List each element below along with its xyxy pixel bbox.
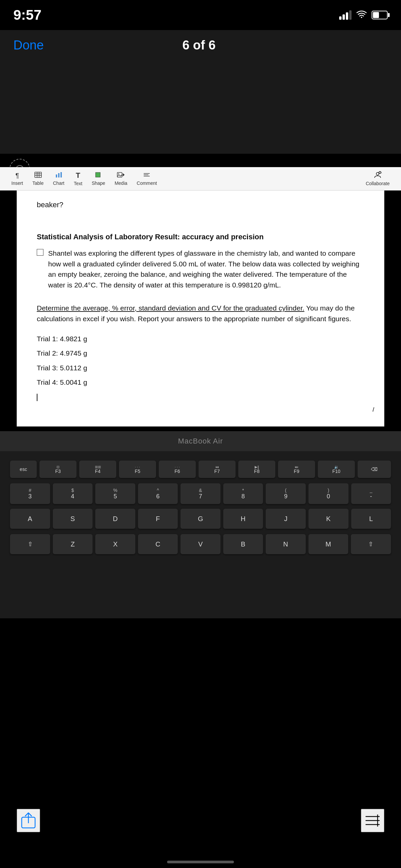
svg-rect-10: [117, 173, 122, 177]
home-indicator: [167, 861, 234, 863]
instruction-underline: Determine the average, % error, standard…: [37, 304, 304, 312]
svg-point-16: [376, 173, 379, 175]
key-4[interactable]: $ 4: [53, 483, 93, 504]
key-x[interactable]: X: [95, 534, 135, 554]
key-shift-right[interactable]: ⇧: [351, 534, 391, 554]
section-header: Statistical Analysis of Laboratory Resul…: [37, 232, 364, 241]
key-g[interactable]: G: [181, 509, 220, 529]
key-5[interactable]: % 5: [95, 483, 135, 504]
bottom-toolbar: [0, 802, 401, 839]
key-0[interactable]: ) 0: [308, 483, 348, 504]
key-shift-left[interactable]: ⇧: [10, 534, 50, 554]
bullet-item: Shantel was exploring the different type…: [37, 248, 364, 290]
key-k[interactable]: K: [308, 509, 348, 529]
toolbar-table[interactable]: Table: [28, 170, 48, 188]
toolbar-shape[interactable]: Shape: [87, 170, 110, 188]
svg-rect-7: [58, 173, 60, 178]
media-label: Media: [115, 181, 127, 186]
shape-icon: [95, 172, 102, 180]
key-d[interactable]: D: [95, 509, 135, 529]
svg-rect-9: [96, 173, 100, 177]
screen-bezel-top: [0, 60, 401, 154]
comment-icon: [143, 172, 150, 180]
trial-4: Trial 4: 5.0041 g: [37, 377, 364, 387]
key-minus[interactable]: _ -: [351, 483, 391, 504]
key-9[interactable]: ( 9: [266, 483, 306, 504]
document-area: beaker? Statistical Analysis of Laborato…: [17, 190, 384, 427]
key-s[interactable]: S: [53, 509, 93, 529]
key-f10[interactable]: 🔉 F10: [318, 461, 355, 478]
nav-bar: Done 6 of 6: [0, 30, 401, 60]
chart-label: Chart: [53, 181, 64, 186]
list-button[interactable]: [361, 809, 384, 832]
toolbar-media[interactable]: Media: [110, 170, 132, 188]
key-z[interactable]: Z: [53, 534, 93, 554]
key-f3[interactable]: ⊟ F3: [39, 461, 76, 478]
bottom-key-row: ⇧ Z X C V B N M ⇧: [0, 531, 401, 557]
svg-rect-6: [56, 175, 57, 178]
key-esc[interactable]: esc: [10, 461, 37, 478]
toolbar-chart[interactable]: Chart: [48, 170, 69, 188]
done-button[interactable]: Done: [13, 38, 44, 53]
wifi-icon: [356, 10, 367, 21]
key-l[interactable]: L: [351, 509, 391, 529]
key-6[interactable]: ^ 6: [138, 483, 178, 504]
key-h[interactable]: H: [223, 509, 263, 529]
key-a[interactable]: A: [10, 509, 50, 529]
status-time: 9:57: [13, 7, 41, 23]
text-label: Text: [74, 181, 83, 186]
key-f[interactable]: F: [138, 509, 178, 529]
key-f6[interactable]: · · · F6: [159, 461, 196, 478]
text-icon: T: [76, 171, 80, 180]
checkbox-icon: [37, 249, 43, 256]
key-c[interactable]: C: [138, 534, 178, 554]
key-v[interactable]: V: [181, 534, 220, 554]
comment-label: Comment: [137, 181, 157, 186]
page-counter: 6 of 6: [182, 38, 216, 53]
toolbar-comment[interactable]: Comment: [132, 170, 162, 188]
trial-data: Trial 1: 4.9821 g Trial 2: 4.9745 g Tria…: [37, 334, 364, 402]
toolbar: ¶ Insert Table: [0, 167, 401, 190]
svg-rect-1: [35, 172, 41, 178]
below-keyboard-dark: [0, 618, 401, 802]
dark-band: [0, 154, 401, 167]
trial-2: Trial 2: 4.9745 g: [37, 348, 364, 358]
collaborate-icon: [373, 171, 382, 180]
key-m[interactable]: M: [308, 534, 348, 554]
status-bar: 9:57: [0, 0, 401, 30]
insert-icon: ¶: [16, 172, 19, 180]
key-7[interactable]: & 7: [181, 483, 220, 504]
key-3[interactable]: # 3: [10, 483, 50, 504]
key-f9[interactable]: ⏭ F9: [278, 461, 315, 478]
toolbar-collaborate[interactable]: Collaborate: [361, 169, 394, 188]
battery-icon: [372, 11, 388, 20]
cursor-line-area[interactable]: [37, 392, 364, 402]
num-row: # 3 $ 4 % 5 ^ 6 & 7 * 8 ( 9: [0, 481, 401, 506]
cursor-indicator: 𝐼: [372, 406, 374, 413]
media-icon: [117, 172, 125, 180]
key-f5[interactable]: · · · F5: [119, 461, 156, 478]
macbook-label-area: MacBook Air: [0, 431, 401, 451]
svg-point-0: [361, 17, 362, 18]
svg-rect-8: [60, 172, 62, 178]
svg-marker-12: [123, 173, 125, 177]
key-f8[interactable]: ▶‖ F8: [238, 461, 275, 478]
key-8[interactable]: * 8: [223, 483, 263, 504]
trial-3: Trial 3: 5.0112 g: [37, 363, 364, 373]
doc-question[interactable]: beaker?: [37, 200, 364, 209]
toolbar-text[interactable]: T Text: [69, 169, 87, 188]
key-n[interactable]: N: [266, 534, 305, 554]
key-f7[interactable]: ⏮ F7: [198, 461, 236, 478]
key-j[interactable]: J: [266, 509, 306, 529]
trial-1: Trial 1: 4.9821 g: [37, 334, 364, 344]
instruction-text: Determine the average, % error, standard…: [37, 303, 364, 324]
key-f4[interactable]: ⊞⊞ F4: [79, 461, 116, 478]
key-delete[interactable]: ⌫: [358, 461, 391, 478]
share-button[interactable]: [17, 809, 40, 832]
toolbar-insert[interactable]: ¶ Insert: [7, 170, 28, 188]
key-b[interactable]: B: [223, 534, 263, 554]
text-cursor: [37, 394, 37, 401]
table-label: Table: [32, 181, 43, 186]
collaborate-label: Collaborate: [366, 181, 390, 186]
keyboard-area: esc ⊟ F3 ⊞⊞ F4 · · · F5 · · · F6 ⏮ F7 ▶‖: [0, 451, 401, 618]
